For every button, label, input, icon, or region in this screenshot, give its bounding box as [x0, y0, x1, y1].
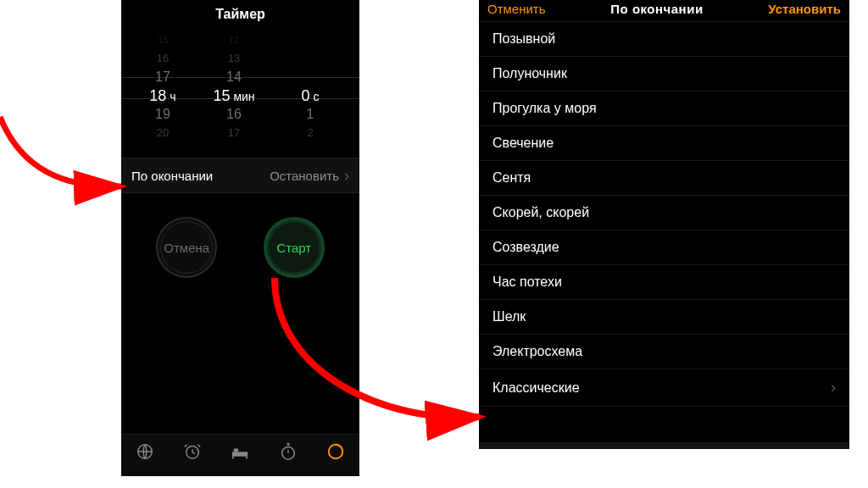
list-item[interactable]: Час потехи	[479, 265, 849, 300]
alarm-icon	[183, 442, 202, 461]
picker-value[interactable]: 16	[203, 105, 265, 124]
list-item[interactable]: Свечение	[479, 126, 849, 161]
list-item[interactable]: Полуночник	[479, 57, 849, 92]
list-item[interactable]: Позывной	[479, 22, 849, 57]
bed-icon	[231, 446, 249, 460]
picker-value[interactable]: 1	[279, 105, 342, 124]
nav-set-button[interactable]: Установить	[768, 2, 841, 16]
picker-value[interactable]: 17	[203, 124, 265, 141]
classic-ringtones-row[interactable]: Классические ›	[479, 369, 849, 407]
when-ends-label: По окончании	[131, 169, 213, 183]
picker-value[interactable]	[279, 30, 342, 49]
picker-minutes[interactable]: 12 13 14 15мин 16 17 18	[203, 30, 265, 141]
list-item[interactable]: Прогулка у моря	[479, 92, 849, 126]
picker-unit: ч	[170, 90, 175, 103]
picker-value[interactable]: 14	[203, 68, 265, 86]
svg-rect-2	[232, 452, 248, 457]
picker-value: 15	[213, 87, 230, 104]
list-item[interactable]: Шелк	[479, 300, 849, 335]
nav-title: По окончании	[610, 2, 703, 16]
picker-value[interactable]: 2	[279, 124, 342, 141]
alarm-tab[interactable]	[183, 442, 202, 466]
picker-value[interactable]: 13	[203, 49, 265, 68]
svg-point-6	[281, 447, 294, 460]
section-gap	[479, 407, 849, 442]
svg-rect-3	[232, 457, 234, 459]
annotation-arrow	[0, 110, 140, 232]
list-item[interactable]: Созвездие	[479, 230, 849, 265]
picker-value[interactable]: 15	[131, 30, 194, 49]
picker-selected-minutes[interactable]: 15мин	[203, 86, 265, 105]
time-picker[interactable]: 15 16 17 18ч 19 20 21 12 13 14 15мин 16 …	[121, 30, 359, 141]
svg-rect-4	[247, 457, 248, 459]
svg-rect-5	[234, 449, 239, 452]
stopwatch-tab[interactable]	[279, 442, 298, 466]
timer-screen: Таймер 15 16 17 18ч 19 20 21 12 13 14 15…	[121, 0, 359, 476]
ringtone-list[interactable]: Позывной Полуночник Прогулка у моря Свеч…	[479, 22, 849, 407]
picker-value: 0	[301, 87, 309, 104]
stopwatch-icon	[279, 442, 298, 461]
chevron-right-icon: ›	[344, 168, 349, 183]
timer-icon	[326, 442, 345, 461]
bottom-tabbar	[121, 434, 359, 476]
picker-selected-hours[interactable]: 18ч	[131, 86, 194, 105]
when-ends-value: Остановить ›	[270, 168, 349, 183]
list-item[interactable]: Скорей, скорей	[479, 196, 849, 230]
list-item[interactable]: Электросхема	[479, 335, 849, 369]
sound-picker-screen: Отменить По окончании Установить Позывно…	[479, 0, 849, 449]
picker-value[interactable]: 16	[131, 49, 194, 68]
picker-seconds[interactable]: 0с 1 2 3	[279, 30, 342, 141]
stop-playing-row[interactable]: ✓ Остановить	[479, 442, 849, 449]
picker-hours[interactable]: 15 16 17 18ч 19 20 21	[131, 30, 194, 141]
modal-navbar: Отменить По окончании Установить	[479, 0, 849, 22]
picker-value[interactable]	[279, 68, 342, 86]
picker-unit: мин	[233, 90, 254, 103]
cancel-button[interactable]: Отмена	[156, 217, 217, 278]
picker-unit: с	[314, 90, 320, 103]
chevron-right-icon: ›	[831, 379, 836, 396]
picker-value[interactable]: 19	[131, 105, 194, 124]
when-timer-ends-row[interactable]: По окончании Остановить ›	[121, 158, 359, 193]
timer-tab[interactable]	[326, 442, 345, 466]
nav-cancel-button[interactable]: Отменить	[487, 2, 546, 16]
world-clock-tab[interactable]	[136, 442, 154, 466]
list-item[interactable]: Сентя	[479, 161, 849, 196]
picker-value[interactable]: 12	[203, 30, 265, 49]
screen-title: Таймер	[121, 0, 359, 30]
bedtime-tab[interactable]	[231, 443, 249, 465]
picker-value[interactable]: 20	[131, 124, 194, 141]
timer-action-row: Отмена Старт	[121, 193, 359, 278]
globe-icon	[136, 442, 154, 461]
picker-value[interactable]: 17	[131, 68, 194, 86]
picker-value: 18	[149, 87, 166, 104]
start-button[interactable]: Старт	[264, 217, 325, 278]
picker-value[interactable]	[279, 49, 342, 68]
picker-selected-seconds[interactable]: 0с	[279, 86, 342, 105]
